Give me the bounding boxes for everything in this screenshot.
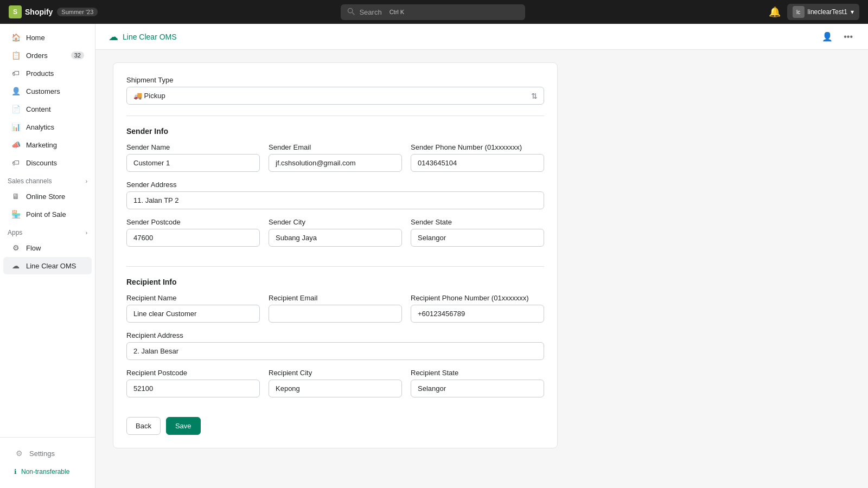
user-action-button[interactable]: 👤	[820, 29, 835, 44]
recipient-city-label: Recipient City	[269, 369, 402, 377]
sidebar-settings-label: Settings	[29, 450, 55, 458]
sidebar-item-label: Orders	[26, 52, 48, 60]
secondary-bar-app-name: ☁ Line Clear OMS	[108, 31, 177, 43]
orders-icon: 📋	[11, 50, 21, 60]
sender-address-label: Sender Address	[126, 181, 544, 189]
more-actions-button[interactable]: •••	[841, 30, 855, 44]
sidebar-item-content[interactable]: 📄 Content	[3, 100, 92, 118]
recipient-phone-group: Recipient Phone Number (01xxxxxxx)	[411, 294, 544, 323]
online-store-icon: 🖥	[11, 191, 21, 201]
recipient-city-group: Recipient City	[269, 369, 402, 397]
divider-2	[126, 266, 544, 267]
line-clear-oms-icon: ☁	[11, 261, 21, 271]
products-icon: 🏷	[11, 68, 21, 78]
recipient-row-3: Recipient Postcode Recipient City Recipi…	[126, 369, 544, 406]
topbar-left: S Shopify Summer '23	[9, 5, 98, 18]
sender-state-group: Sender State	[411, 218, 544, 247]
sidebar-item-orders[interactable]: 📋 Orders 32	[3, 47, 92, 64]
user-menu-arrow: ▾	[851, 8, 854, 16]
recipient-address-label: Recipient Address	[126, 331, 544, 339]
svg-line-1	[353, 12, 355, 15]
sidebar-item-products[interactable]: 🏷 Products	[3, 65, 92, 82]
recipient-row-2: Recipient Address	[126, 331, 544, 369]
shopify-name: Shopify	[25, 8, 53, 16]
shipment-type-select-wrapper: 🚚 Pickup Delivery ⇅	[126, 87, 544, 105]
sidebar-item-pos[interactable]: 🏪 Point of Sale	[3, 206, 92, 223]
sidebar-item-label: Discounts	[26, 159, 57, 167]
search-bar[interactable]: Search Ctrl K	[341, 4, 525, 20]
user-name: lineclearTest1	[808, 8, 847, 16]
search-label: Search	[359, 8, 381, 16]
sender-email-input[interactable]	[269, 154, 402, 172]
sidebar-item-label: Line Clear OMS	[26, 262, 76, 270]
back-button[interactable]: Back	[126, 417, 161, 435]
secondary-bar: ☁ Line Clear OMS 👤 •••	[95, 24, 868, 50]
shopify-logo-icon: S	[9, 5, 22, 18]
sidebar-item-customers[interactable]: 👤 Customers	[3, 82, 92, 100]
sender-phone-group: Sender Phone Number (01xxxxxxx)	[411, 143, 544, 172]
sidebar-item-label: Content	[26, 105, 51, 113]
pos-icon: 🏪	[11, 209, 21, 219]
sender-postcode-group: Sender Postcode	[126, 218, 260, 247]
sidebar-item-marketing[interactable]: 📣 Marketing	[3, 136, 92, 153]
sidebar-item-discounts[interactable]: 🏷 Discounts	[3, 154, 92, 171]
recipient-email-input[interactable]	[269, 305, 402, 323]
sender-name-label: Sender Name	[126, 143, 260, 151]
sidebar-item-label: Home	[26, 34, 45, 42]
recipient-state-input[interactable]	[411, 380, 544, 397]
sender-name-input[interactable]	[126, 154, 260, 172]
apps-arrow: ›	[86, 230, 87, 236]
recipient-state-group: Recipient State	[411, 369, 544, 397]
sender-city-group: Sender City	[269, 218, 402, 247]
main-content: #1032 - ZND169448825436 Shipment Type 🚚 …	[95, 26, 868, 464]
recipient-city-input[interactable]	[269, 380, 402, 397]
sidebar-item-settings[interactable]: ⚙ Settings	[7, 445, 88, 462]
sidebar-item-home[interactable]: 🏠 Home	[3, 29, 92, 46]
recipient-postcode-input[interactable]	[126, 380, 260, 397]
sender-row-2: Sender Address	[126, 181, 544, 218]
sender-name-group: Sender Name	[126, 143, 260, 172]
recipient-phone-label: Recipient Phone Number (01xxxxxxx)	[411, 294, 544, 302]
save-button[interactable]: Save	[166, 417, 201, 435]
user-menu[interactable]: lc lineclearTest1 ▾	[787, 4, 859, 20]
recipient-address-input[interactable]	[126, 342, 544, 360]
sender-phone-input[interactable]	[411, 154, 544, 172]
sidebar-item-label: Customers	[26, 87, 60, 95]
app-name-label: Line Clear OMS	[123, 33, 177, 41]
content-icon: 📄	[11, 104, 21, 114]
sidebar-item-line-clear-oms[interactable]: ☁ Line Clear OMS	[3, 257, 92, 274]
sidebar-item-online-store[interactable]: 🖥 Online Store	[3, 188, 92, 205]
notification-button[interactable]: 🔔	[769, 6, 781, 18]
sender-info-title: Sender Info	[126, 127, 544, 136]
sender-postcode-label: Sender Postcode	[126, 218, 260, 226]
sales-channels-arrow: ›	[86, 178, 87, 184]
recipient-info-title: Recipient Info	[126, 278, 544, 286]
sidebar-item-label: Flow	[26, 244, 41, 252]
topbar-right: 🔔 lc lineclearTest1 ▾	[769, 4, 859, 20]
discounts-icon: 🏷	[11, 158, 21, 168]
sender-email-group: Sender Email	[269, 143, 402, 172]
sidebar-item-analytics[interactable]: 📊 Analytics	[3, 118, 92, 136]
sender-city-label: Sender City	[269, 218, 402, 226]
sidebar-item-label: Marketing	[26, 141, 57, 149]
search-shortcut: Ctrl K	[386, 8, 408, 16]
recipient-phone-input[interactable]	[411, 305, 544, 323]
shipment-type-label: Shipment Type	[126, 76, 544, 84]
sender-row-3: Sender Postcode Sender City Sender State	[126, 218, 544, 255]
shipment-type-select[interactable]: 🚚 Pickup Delivery	[126, 87, 544, 105]
sender-postcode-input[interactable]	[126, 229, 260, 247]
sender-state-input[interactable]	[411, 229, 544, 247]
sidebar-item-label: Point of Sale	[26, 210, 66, 219]
sidebar-item-label: Online Store	[26, 192, 65, 201]
shopify-logo: S Shopify	[9, 5, 53, 18]
secondary-bar-actions: 👤 •••	[820, 29, 855, 44]
summer-badge: Summer '23	[57, 8, 98, 16]
recipient-name-input[interactable]	[126, 305, 260, 323]
sender-address-input[interactable]	[126, 191, 544, 209]
sender-city-input[interactable]	[269, 229, 402, 247]
sidebar-item-flow[interactable]: ⚙ Flow	[3, 239, 92, 256]
recipient-email-group: Recipient Email	[269, 294, 402, 323]
shipment-type-group: Shipment Type 🚚 Pickup Delivery ⇅	[126, 76, 544, 105]
user-avatar: lc	[793, 6, 805, 18]
sender-email-label: Sender Email	[269, 143, 402, 151]
